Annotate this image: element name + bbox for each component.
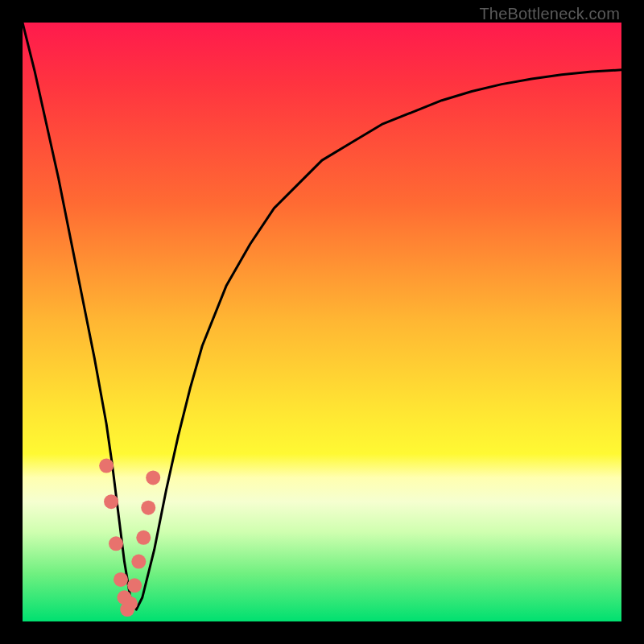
curve-marker: [146, 470, 160, 485]
curve-marker: [114, 572, 128, 587]
curve-marker: [123, 597, 138, 611]
chart-plot-area: [23, 23, 621, 621]
bottleneck-curve: [23, 23, 621, 621]
curve-marker: [136, 530, 151, 545]
curve-line: [23, 23, 621, 609]
attribution-watermark: TheBottleneck.com: [479, 5, 620, 23]
curve-marker: [127, 578, 142, 592]
curve-marker: [109, 536, 123, 551]
curve-marker: [104, 494, 118, 509]
curve-marker: [141, 501, 155, 515]
curve-marker: [131, 555, 146, 569]
curve-marker: [99, 459, 114, 473]
